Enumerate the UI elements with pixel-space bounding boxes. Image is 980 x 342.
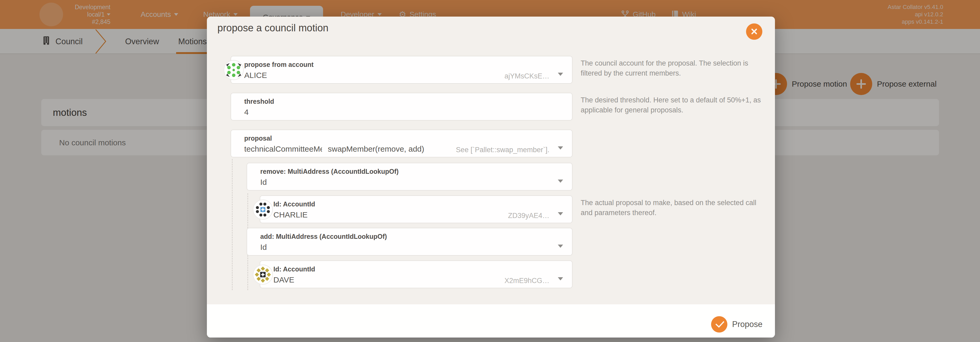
account-name: ALICE xyxy=(244,71,267,80)
method-doc: See [`Pallet::swap_member`]. xyxy=(456,146,549,154)
identicon-charlie[interactable] xyxy=(253,200,273,220)
identicon-dave[interactable] xyxy=(253,265,273,284)
propose-council-motion-modal: propose a council motion propose from ac… xyxy=(207,17,775,337)
propose-from-account-field[interactable]: propose from account ALICE ajYMsCKsE… xyxy=(231,56,573,84)
field-label: Id: AccountId xyxy=(274,200,315,208)
check-icon xyxy=(711,316,727,332)
field-label: proposal xyxy=(244,134,272,142)
help-threshold: The desired threshold. Here set to a def… xyxy=(581,95,766,115)
help-account: The council account for the proposal. Th… xyxy=(581,58,766,78)
chevron-down-icon xyxy=(558,73,563,76)
remove-type: Id xyxy=(260,178,267,187)
add-account-name: DAVE xyxy=(274,275,294,284)
chevron-down-icon xyxy=(558,245,563,248)
remove-account-name: CHARLIE xyxy=(274,210,307,219)
identicon-alice[interactable] xyxy=(224,60,244,80)
add-type: Id xyxy=(260,243,267,252)
field-label: threshold xyxy=(244,97,274,105)
help-proposal: The actual proposal to make, based on th… xyxy=(581,198,766,218)
modal-title: propose a council motion xyxy=(217,22,328,34)
chevron-down-icon xyxy=(558,179,563,183)
chevron-down-icon xyxy=(558,146,563,150)
remove-id-field[interactable]: Id: AccountId CHARLIE ZD39yAE4… xyxy=(260,195,573,223)
proposal-pallet-select[interactable]: technicalCommitteeMe xyxy=(244,145,322,153)
add-account-address: X2mE9hCG… xyxy=(504,277,549,285)
field-label: remove: MultiAddress (AccountIdLookupOf) xyxy=(260,168,399,175)
indent-guide xyxy=(232,159,233,290)
field-label: add: MultiAddress (AccountIdLookupOf) xyxy=(260,233,387,240)
account-address: ajYMsCKsE… xyxy=(504,72,549,80)
field-label: propose from account xyxy=(244,61,313,69)
proposal-method-select[interactable]: swapMember(remove, add) xyxy=(328,145,424,153)
add-id-field[interactable]: Id: AccountId DAVE X2mE9hCG… xyxy=(260,260,573,288)
add-param-field[interactable]: add: MultiAddress (AccountIdLookupOf) Id xyxy=(247,228,573,256)
close-button[interactable] xyxy=(746,24,762,40)
remove-param-field[interactable]: remove: MultiAddress (AccountIdLookupOf)… xyxy=(247,163,573,191)
threshold-field[interactable]: threshold 4 xyxy=(231,93,573,121)
threshold-value: 4 xyxy=(244,108,249,117)
field-label: Id: AccountId xyxy=(274,265,315,273)
proposal-field[interactable]: proposal technicalCommitteeMe swapMember… xyxy=(231,129,573,157)
modal-footer xyxy=(207,304,775,337)
chevron-down-icon xyxy=(558,212,563,215)
propose-submit-button[interactable]: Propose xyxy=(711,316,762,332)
remove-account-address: ZD39yAE4… xyxy=(508,212,549,220)
chevron-down-icon xyxy=(558,277,563,280)
